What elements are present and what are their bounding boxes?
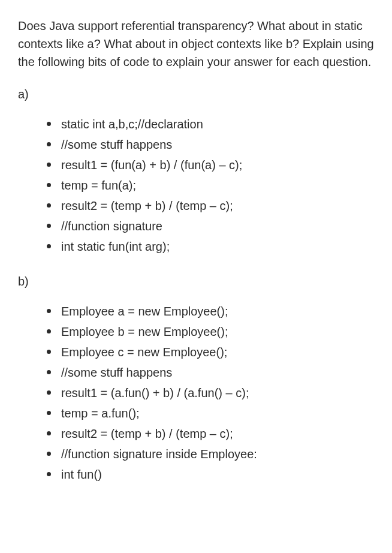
- list-item: int fun(): [47, 465, 374, 483]
- section-b-list: Employee a = new Employee(); Employee b …: [18, 302, 374, 483]
- list-item: temp = a.fun();: [47, 404, 374, 422]
- list-item: result2 = (temp + b) / (temp – c);: [47, 425, 374, 443]
- list-item: Employee c = new Employee();: [47, 343, 374, 361]
- list-item: static int a,b,c;//declaration: [47, 115, 374, 133]
- section-a-list: static int a,b,c;//declaration //some st…: [18, 115, 374, 256]
- list-item: //function signature: [47, 217, 374, 235]
- list-item: //function signature inside Employee:: [47, 445, 374, 463]
- list-item: result2 = (temp + b) / (temp – c);: [47, 197, 374, 215]
- list-item: //some stuff happens: [47, 363, 374, 381]
- section-a-label: a): [18, 85, 374, 103]
- list-item: //some stuff happens: [47, 136, 374, 154]
- list-item: temp = fun(a);: [47, 176, 374, 194]
- list-item: result1 = (fun(a) + b) / (fun(a) – c);: [47, 156, 374, 174]
- list-item: Employee b = new Employee();: [47, 323, 374, 341]
- list-item: int static fun(int arg);: [47, 238, 374, 256]
- question-text: Does Java support referential transparen…: [18, 17, 374, 71]
- section-b-label: b): [18, 272, 374, 290]
- list-item: result1 = (a.fun() + b) / (a.fun() – c);: [47, 384, 374, 402]
- list-item: Employee a = new Employee();: [47, 302, 374, 320]
